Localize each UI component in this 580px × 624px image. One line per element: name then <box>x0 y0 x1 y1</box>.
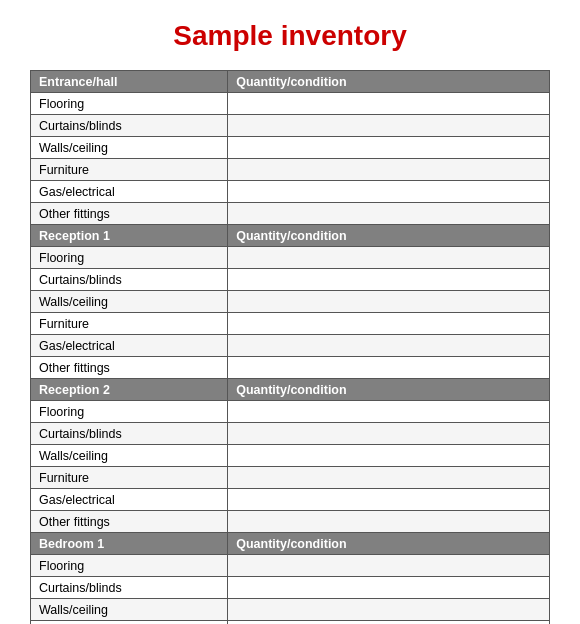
row-value[interactable] <box>228 335 550 357</box>
table-row: Other fittings <box>31 357 550 379</box>
row-label: Gas/electrical <box>31 181 228 203</box>
section-col2-entrance-hall: Quantity/condition <box>228 71 550 93</box>
section-header-reception-1: Reception 1Quantity/condition <box>31 225 550 247</box>
row-value[interactable] <box>228 181 550 203</box>
row-label: Walls/ceiling <box>31 599 228 621</box>
row-label: Flooring <box>31 555 228 577</box>
row-value[interactable] <box>228 511 550 533</box>
row-label: Curtains/blinds <box>31 269 228 291</box>
row-value[interactable] <box>228 159 550 181</box>
row-label: Curtains/blinds <box>31 577 228 599</box>
row-label: Furniture <box>31 159 228 181</box>
section-label-bedroom-1: Bedroom 1 <box>31 533 228 555</box>
section-label-reception-1: Reception 1 <box>31 225 228 247</box>
table-row: Beds <box>31 621 550 625</box>
section-label-reception-2: Reception 2 <box>31 379 228 401</box>
table-row: Curtains/blinds <box>31 115 550 137</box>
table-row: Flooring <box>31 555 550 577</box>
table-row: Other fittings <box>31 511 550 533</box>
row-label: Curtains/blinds <box>31 115 228 137</box>
row-value[interactable] <box>228 247 550 269</box>
row-label: Walls/ceiling <box>31 291 228 313</box>
table-row: Walls/ceiling <box>31 291 550 313</box>
row-label: Other fittings <box>31 203 228 225</box>
page-title: Sample inventory <box>30 20 550 52</box>
inventory-table: Entrance/hallQuantity/conditionFlooringC… <box>30 70 550 624</box>
table-row: Furniture <box>31 159 550 181</box>
row-value[interactable] <box>228 467 550 489</box>
row-label: Furniture <box>31 313 228 335</box>
table-row: Gas/electrical <box>31 335 550 357</box>
row-value[interactable] <box>228 401 550 423</box>
row-value[interactable] <box>228 269 550 291</box>
section-col2-reception-2: Quantity/condition <box>228 379 550 401</box>
row-value[interactable] <box>228 203 550 225</box>
page: Sample inventory Entrance/hallQuantity/c… <box>0 0 580 624</box>
table-row: Walls/ceiling <box>31 137 550 159</box>
table-row: Furniture <box>31 467 550 489</box>
row-value[interactable] <box>228 93 550 115</box>
section-header-entrance-hall: Entrance/hallQuantity/condition <box>31 71 550 93</box>
row-label: Gas/electrical <box>31 335 228 357</box>
table-row: Walls/ceiling <box>31 599 550 621</box>
row-value[interactable] <box>228 489 550 511</box>
section-col2-bedroom-1: Quantity/condition <box>228 533 550 555</box>
table-row: Other fittings <box>31 203 550 225</box>
row-label: Flooring <box>31 401 228 423</box>
row-value[interactable] <box>228 445 550 467</box>
table-row: Walls/ceiling <box>31 445 550 467</box>
row-label: Walls/ceiling <box>31 137 228 159</box>
row-value[interactable] <box>228 599 550 621</box>
section-header-reception-2: Reception 2Quantity/condition <box>31 379 550 401</box>
table-row: Flooring <box>31 247 550 269</box>
row-label: Other fittings <box>31 357 228 379</box>
table-row: Curtains/blinds <box>31 423 550 445</box>
table-row: Furniture <box>31 313 550 335</box>
table-row: Gas/electrical <box>31 181 550 203</box>
row-label: Other fittings <box>31 511 228 533</box>
row-value[interactable] <box>228 291 550 313</box>
row-label: Walls/ceiling <box>31 445 228 467</box>
table-row: Gas/electrical <box>31 489 550 511</box>
row-value[interactable] <box>228 555 550 577</box>
table-row: Curtains/blinds <box>31 577 550 599</box>
section-label-entrance-hall: Entrance/hall <box>31 71 228 93</box>
row-value[interactable] <box>228 313 550 335</box>
row-value[interactable] <box>228 115 550 137</box>
row-label: Flooring <box>31 247 228 269</box>
section-header-bedroom-1: Bedroom 1Quantity/condition <box>31 533 550 555</box>
row-value[interactable] <box>228 621 550 625</box>
row-label: Gas/electrical <box>31 489 228 511</box>
row-label: Flooring <box>31 93 228 115</box>
section-col2-reception-1: Quantity/condition <box>228 225 550 247</box>
table-row: Curtains/blinds <box>31 269 550 291</box>
table-row: Flooring <box>31 401 550 423</box>
row-label: Beds <box>31 621 228 625</box>
row-value[interactable] <box>228 137 550 159</box>
table-row: Flooring <box>31 93 550 115</box>
row-value[interactable] <box>228 423 550 445</box>
row-value[interactable] <box>228 357 550 379</box>
row-label: Furniture <box>31 467 228 489</box>
row-label: Curtains/blinds <box>31 423 228 445</box>
row-value[interactable] <box>228 577 550 599</box>
